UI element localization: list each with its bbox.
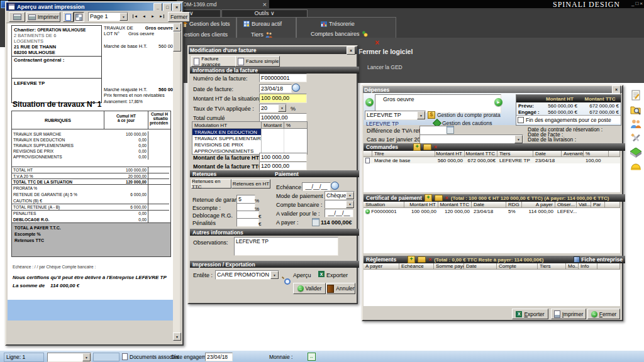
- add-certificat-icon[interactable]: +: [425, 194, 432, 202]
- calculator-icon[interactable]: [447, 126, 454, 134]
- nav-next-button[interactable]: ►: [149, 12, 157, 20]
- excel-icon[interactable]: X: [318, 271, 325, 277]
- dropdown-arrow-icon[interactable]: ▼: [119, 13, 128, 21]
- restore-icon[interactable]: □: [635, 1, 638, 6]
- mod-row[interactable]: TRAVAUX SUPPLEMENTAIRES: [192, 135, 262, 141]
- mode-select[interactable]: Chèque▼: [325, 191, 355, 200]
- tab-retenues-ttc[interactable]: Retenues en TTC: [191, 179, 231, 189]
- ribbon-item-tresorerie[interactable]: Trésorerie: [321, 21, 396, 27]
- valider-le-input[interactable]: __/__/__: [325, 209, 353, 217]
- mod-row-selected[interactable]: TRAVAUX EN DEDUCTION: [192, 129, 262, 135]
- nav-first-button[interactable]: ◄: [131, 12, 139, 20]
- cumul-input[interactable]: 100000,00: [259, 113, 307, 122]
- numero-input[interactable]: F00000001: [259, 74, 307, 82]
- preview-titlebar[interactable]: Aperçu avant impression _ □ ×: [6, 3, 182, 11]
- scroll-thumb[interactable]: [173, 31, 181, 52]
- mod-row[interactable]: REVISIONS DE PRIX: [192, 141, 262, 148]
- fact-ttc-input[interactable]: 120 000,00: [259, 162, 307, 170]
- delete-certificat-icon[interactable]: ×: [445, 195, 448, 201]
- date-engagement-input[interactable]: 23/04/18: [205, 353, 233, 361]
- preview-scrollbar[interactable]: ▲ ▼: [173, 23, 180, 341]
- open-certificat-icon[interactable]: [435, 195, 443, 201]
- apercu-link[interactable]: Aperçu: [293, 272, 311, 278]
- fin-engagements-checkbox[interactable]: [518, 117, 524, 123]
- view-single-button[interactable]: [63, 12, 74, 22]
- ribbon-item-bureau-actif[interactable]: Bureau actif: [243, 21, 296, 27]
- calendar-clock-icon[interactable]: [292, 84, 300, 92]
- echeance-input[interactable]: __/__/__: [302, 182, 331, 191]
- print-button[interactable]: [9, 12, 25, 22]
- tab-facture-simple[interactable]: Facture simple: [235, 56, 280, 67]
- tab-retenues-ht[interactable]: Retenues en HT: [231, 179, 270, 189]
- users-icon[interactable]: [630, 119, 641, 129]
- imprimer-button[interactable]: Imprimer: [551, 309, 586, 319]
- certificat-row[interactable]: + F00000001 100 000,00 120 000,00 23/04/…: [364, 208, 620, 214]
- facture-titlebar[interactable]: Modification d'une facture ×: [189, 47, 357, 54]
- view-multi-button[interactable]: [74, 12, 84, 22]
- tiers-select[interactable]: LEFEVRE TP▼: [365, 111, 426, 120]
- tools-icon[interactable]: [631, 133, 641, 143]
- delete-reglement-icon[interactable]: ×: [428, 256, 431, 263]
- dropdown-arrow-icon[interactable]: ▼: [346, 192, 354, 199]
- documents-associes-link[interactable]: Documents associés: [122, 353, 179, 360]
- minimize-icon[interactable]: _: [631, 1, 634, 6]
- dropdown-arrow-icon[interactable]: ▼: [514, 135, 523, 143]
- close-app-icon[interactable]: ×: [375, 38, 379, 47]
- dropdown-arrow-icon[interactable]: ▼: [82, 353, 91, 361]
- exporter-link[interactable]: Exporter: [326, 272, 348, 278]
- calendar-clock-icon[interactable]: [331, 182, 339, 190]
- mod-row[interactable]: APPROVISIONNEMENTS: [192, 148, 262, 154]
- status-select[interactable]: ▼: [47, 353, 91, 362]
- dropdown-arrow-icon[interactable]: ▼: [278, 104, 286, 112]
- folder-search-icon[interactable]: [630, 105, 641, 115]
- nav-prev-button[interactable]: ◄: [140, 12, 148, 20]
- tab-close-icon[interactable]: ×: [263, 1, 267, 8]
- ribbon-item-gestion-des-clients[interactable]: Gestion des clients: [180, 31, 236, 38]
- home-3d-icon[interactable]: [630, 148, 641, 158]
- preview-fermer-button[interactable]: Fermer: [168, 12, 190, 22]
- nav-last-button[interactable]: ►: [158, 12, 165, 20]
- fiche-entreprise-link[interactable]: Fiche entreprise: [574, 256, 623, 263]
- delete-commande-icon[interactable]: ×: [434, 144, 437, 150]
- montant-ht-input[interactable]: 100 000,00: [259, 94, 307, 103]
- next-poste-icon[interactable]: ►: [494, 98, 502, 106]
- ribbon-item-tiers[interactable]: Tiers: [251, 31, 296, 38]
- close-icon[interactable]: ×: [640, 1, 643, 6]
- annuler-button[interactable]: Annuler: [326, 283, 355, 294]
- helmet-icon[interactable]: [630, 162, 641, 170]
- calculator-icon[interactable]: [312, 218, 319, 226]
- prorata-link[interactable]: $ Gestion du compte prorata: [428, 111, 501, 119]
- exporter-button[interactable]: XExporter: [512, 309, 548, 319]
- tva-retenue-input[interactable]: [419, 126, 447, 135]
- document-tab[interactable]: CDM-1369.cmd ×: [177, 0, 269, 8]
- scroll-down-icon[interactable]: ▼: [173, 332, 181, 341]
- garantie-input[interactable]: 5: [236, 195, 255, 204]
- facture-close-icon[interactable]: ×: [347, 47, 355, 55]
- scroll-up-icon[interactable]: ▲: [173, 23, 181, 31]
- dropdown-arrow-icon[interactable]: ▼: [417, 111, 425, 119]
- tva-select[interactable]: 20▼: [259, 104, 287, 112]
- observations-textarea[interactable]: LEFEVRE TP: [234, 237, 338, 256]
- fermer-button[interactable]: →Fermer: [587, 309, 620, 319]
- notes-icon[interactable]: [631, 90, 641, 101]
- tab-facture-avancee[interactable]: Facture avancée: [191, 56, 236, 67]
- ribbon-item-comptes-bancaires[interactable]: Comptes bancaires: [311, 31, 396, 37]
- add-commande-icon[interactable]: +: [413, 143, 421, 151]
- valider-button[interactable]: → Valider: [293, 283, 326, 294]
- open-commande-icon[interactable]: [423, 144, 431, 150]
- entete-select[interactable]: CARE PROMOTION▼: [215, 270, 279, 280]
- dropdown-arrow-icon[interactable]: ▼: [346, 200, 354, 208]
- compte-select[interactable]: ▼: [325, 200, 355, 209]
- penalites-input[interactable]: [236, 218, 259, 227]
- cas-2014-select[interactable]: ▼: [419, 134, 523, 144]
- date-input[interactable]: 23/04/18: [259, 84, 292, 93]
- commandes-row[interactable]: Marché de base 560 000,00 672 000,00€ LE…: [364, 157, 620, 163]
- add-reglement-icon[interactable]: +: [408, 256, 415, 263]
- fermer-logiciel-label[interactable]: Fermer le logiciel: [358, 48, 413, 55]
- fact-ht-input[interactable]: 100 000,00: [259, 153, 307, 162]
- lancer-ged-label[interactable]: Lancer la GED: [367, 64, 402, 70]
- imprimer-button[interactable]: Imprimer: [26, 12, 60, 22]
- page-select[interactable]: Page 1 ▼: [88, 12, 128, 21]
- dropdown-arrow-icon[interactable]: ▼: [270, 271, 279, 279]
- monnaie-icon[interactable]: ↔: [308, 353, 316, 361]
